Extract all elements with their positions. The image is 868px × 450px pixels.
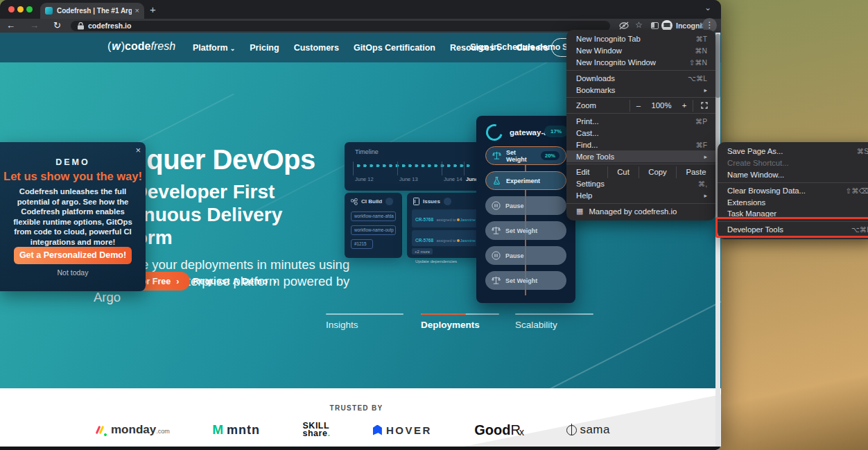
- count-badge: [385, 198, 393, 205]
- tab-scalability-line: [515, 313, 593, 315]
- codefresh-mark-icon: w: [112, 40, 120, 53]
- close-window-button[interactable]: [8, 6, 15, 12]
- address-bar[interactable]: codefresh.io: [71, 21, 610, 31]
- more-issues-button[interactable]: +2 more: [412, 248, 433, 254]
- menu-item-cast[interactable]: Cast...: [566, 128, 715, 139]
- request-demo-button[interactable]: Request A Demo›: [193, 276, 277, 286]
- developer-tools-highlight-box: [715, 217, 868, 238]
- paste-button[interactable]: Paste: [677, 168, 715, 176]
- menu-item-edit: Edit Cut Copy Paste: [566, 166, 715, 178]
- nav-customers[interactable]: Customers: [294, 43, 339, 53]
- tab-deployments-line: [421, 313, 499, 315]
- scale-icon: [492, 226, 501, 235]
- fullscreen-button[interactable]: [693, 102, 715, 109]
- menu-item-more-tools[interactable]: More Tools▸: [566, 150, 715, 162]
- nav-gitops-certification[interactable]: GitOps Certification: [354, 43, 435, 53]
- submenu-item-extensions[interactable]: Extensions: [718, 196, 868, 208]
- menu-item-downloads[interactable]: Downloads⌥⌘L: [566, 72, 715, 84]
- menu-item-new-incognito-tab[interactable]: New Incognito Tab⌘T: [566, 33, 715, 45]
- new-tab-button[interactable]: +: [150, 3, 156, 15]
- zoom-out-button[interactable]: –: [630, 101, 647, 110]
- eye-blocked-icon[interactable]: [619, 21, 629, 30]
- workflow-item[interactable]: #1215: [351, 239, 373, 249]
- timeline-tick: [353, 162, 354, 175]
- logo-paren: (: [107, 40, 111, 53]
- pipeline-node-pause[interactable]: Pause: [485, 196, 566, 215]
- pipeline-node-set-weight[interactable]: Set Weight: [485, 271, 566, 290]
- timeline-date: June 13: [399, 176, 418, 182]
- timeline-tick: [442, 162, 442, 175]
- tab-scalability[interactable]: Scalability: [515, 320, 557, 330]
- tab-close-icon[interactable]: ×: [135, 7, 139, 15]
- pause-icon: [492, 201, 501, 210]
- issues-header: Issues: [413, 198, 451, 205]
- menu-item-bookmarks[interactable]: Bookmarks▸: [566, 84, 715, 96]
- submenu-arrow-icon: ▸: [704, 153, 707, 160]
- menu-item-new-window[interactable]: New Window⌘N: [566, 45, 715, 57]
- tab-overflow-chevron-icon[interactable]: ⌄: [704, 3, 711, 12]
- workflow-item[interactable]: workflow-name-outp: [351, 225, 396, 235]
- sign-in-link[interactable]: Sign in: [470, 42, 499, 52]
- building-icon: ▦: [576, 207, 583, 216]
- back-button[interactable]: ←: [6, 20, 15, 31]
- cut-button[interactable]: Cut: [608, 168, 639, 176]
- submenu-item-clear-browsing-data[interactable]: Clear Browsing Data...⇧⌘⌫: [718, 184, 868, 196]
- modal-close-icon[interactable]: ×: [135, 145, 141, 155]
- hover-mark-icon: [373, 425, 382, 435]
- menu-divider: [566, 70, 715, 71]
- progress-spinner-icon: [483, 121, 506, 144]
- page-scrollbar[interactable]: [715, 33, 720, 450]
- reload-button[interactable]: ↻: [53, 20, 61, 31]
- menu-item-settings[interactable]: Settings⌘,: [566, 178, 715, 190]
- fullscreen-window-button[interactable]: [26, 6, 33, 12]
- scale-icon: [492, 276, 501, 285]
- pipeline-node-pause[interactable]: Pause: [485, 246, 566, 265]
- timeline-date: June 12: [355, 176, 374, 182]
- mntn-logo: M mntn: [212, 422, 260, 438]
- browser-tab[interactable]: Codefresh | The #1 Argo and G ×: [40, 3, 144, 19]
- nav-pricing[interactable]: Pricing: [250, 43, 279, 53]
- pipeline-node-set-weight[interactable]: Set Weight: [485, 221, 566, 240]
- monday-dot-icon: [103, 433, 107, 436]
- rollout-pipeline-panel: gateway-api 17% Set Weight 20% Experimen…: [476, 116, 575, 303]
- issues-icon: [413, 198, 419, 205]
- bookmark-star-icon[interactable]: ☆: [635, 20, 643, 30]
- demo-modal: × DEMO Let us show you the way! Codefres…: [0, 142, 146, 291]
- browser-menu: New Incognito Tab⌘T New Window⌘N New Inc…: [566, 30, 715, 220]
- monday-logo: monday .com: [97, 423, 170, 437]
- codefresh-logo[interactable]: (w)codefresh: [107, 40, 175, 53]
- forward-button[interactable]: →: [30, 20, 39, 31]
- app-progress-badge: 17%: [544, 126, 568, 137]
- personalized-demo-button[interactable]: Get a Personalized Demo!: [14, 247, 132, 264]
- ci-build-panel: CI Build workflow-name-afda workflow-nam…: [345, 193, 402, 258]
- submenu-item-name-window[interactable]: Name Window...: [718, 169, 868, 181]
- tab-strip: Codefresh | The #1 Argo and G × + ⌄: [0, 0, 721, 19]
- tab-deployments[interactable]: Deployments: [421, 320, 480, 330]
- minimize-window-button[interactable]: [17, 6, 24, 12]
- timeline-tick: [464, 162, 465, 175]
- issue-card[interactable]: CR-5768 assigned toJasmine Bell Update d…: [412, 230, 482, 246]
- timeline-tick: [397, 162, 398, 175]
- hover-logo: HOVER: [373, 424, 432, 436]
- tab-progress-fill: [421, 313, 466, 315]
- copy-button[interactable]: Copy: [639, 168, 676, 176]
- side-panel-icon[interactable]: [651, 22, 659, 29]
- workflow-item[interactable]: workflow-name-afda: [351, 211, 396, 221]
- menu-item-print[interactable]: Print...⌘P: [566, 116, 715, 128]
- menu-item-help[interactable]: Help▸: [566, 190, 715, 202]
- trusted-by-section: TRUSTED BY monday .com M mntn SKILLshare…: [0, 388, 721, 450]
- nav-platform[interactable]: Platform⌄: [193, 43, 235, 53]
- zoom-in-button[interactable]: +: [676, 101, 693, 110]
- menu-item-find[interactable]: Find...⌘F: [566, 139, 715, 150]
- pipeline-node-set-weight[interactable]: Set Weight 20%: [485, 146, 566, 165]
- pipeline-node-experiment[interactable]: Experiment: [485, 171, 566, 190]
- tab-insights[interactable]: Insights: [326, 320, 358, 330]
- not-today-link[interactable]: Not today: [0, 268, 146, 277]
- scrollbar-thumb[interactable]: [715, 34, 720, 98]
- trusted-by-heading: TRUSTED BY: [0, 404, 713, 412]
- goodrx-logo: GoodRx: [474, 422, 524, 438]
- tab-insights-line: [326, 313, 403, 315]
- issue-card[interactable]: CR-5768 assigned toJasmine Bell Reorgani…: [412, 209, 482, 227]
- menu-item-new-incognito-window[interactable]: New Incognito Window⇧⌘N: [566, 57, 715, 69]
- submenu-item-save-page-as[interactable]: Save Page As...⌘S: [718, 146, 868, 157]
